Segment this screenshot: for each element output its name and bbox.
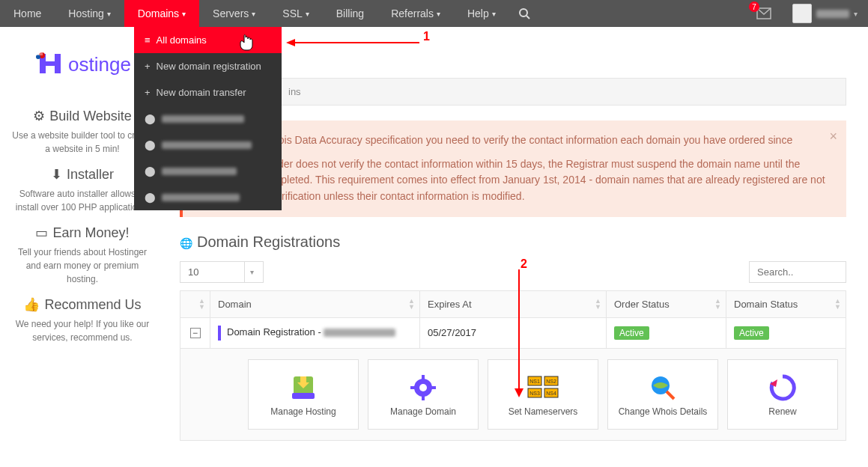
chevron-down-icon: ▾ <box>306 10 309 18</box>
svg-rect-18 <box>431 386 436 389</box>
globe-icon: ⬤ <box>145 192 156 203</box>
svg-line-1 <box>526 16 529 19</box>
expires-cell: 05/27/2017 <box>420 317 607 348</box>
col-expires[interactable]: Expires At▲▼ <box>420 290 607 317</box>
page-title: ames <box>217 40 846 64</box>
svg-rect-11 <box>300 376 306 382</box>
nav-help[interactable]: Help▾ <box>454 0 509 27</box>
sidebar-earn-title[interactable]: ▭Earn Money! <box>6 225 159 241</box>
gear-icon <box>409 372 437 403</box>
svg-rect-17 <box>410 386 415 389</box>
order-status-badge: Active <box>614 326 649 340</box>
sidebar-earn-text: Tell your friends about Hostinger and ea… <box>6 245 159 286</box>
plus-icon: + <box>145 87 151 98</box>
svg-text:NS2: NS2 <box>546 379 556 384</box>
card-set-nameservers[interactable]: NS1NS2NS3NS4 Set Nameservers <box>488 359 598 430</box>
collapse-icon[interactable]: − <box>190 328 201 338</box>
sidebar-recommend-title[interactable]: 👍Recommend Us <box>6 296 159 313</box>
whois-icon <box>649 372 677 403</box>
dropdown-domain-item-blurred[interactable]: ⬤ <box>134 132 282 158</box>
domain-name-cell: Domain Registration - <box>227 326 324 338</box>
annotation-arrowhead-2 <box>515 388 523 400</box>
svg-line-28 <box>667 391 674 399</box>
globe-icon: ⬤ <box>145 113 156 124</box>
nav-home[interactable]: Home <box>0 0 55 27</box>
col-order-status[interactable]: Order Status▲▼ <box>607 290 726 317</box>
notification-badge: 7 <box>749 1 759 12</box>
svg-point-0 <box>520 9 527 16</box>
annotation-number-2: 2 <box>521 257 527 271</box>
svg-text:NS3: NS3 <box>529 391 540 396</box>
gears-icon: ⚙ <box>33 109 45 123</box>
thumbs-up-icon: 👍 <box>23 297 40 312</box>
svg-rect-15 <box>422 375 425 379</box>
col-domain-status[interactable]: Domain Status▲▼ <box>726 290 846 317</box>
money-icon: ▭ <box>35 225 48 240</box>
nameservers-icon: NS1NS2NS3NS4 <box>526 372 559 403</box>
globe-icon: ⬤ <box>145 165 156 177</box>
dropdown-domain-item-blurred[interactable]: ⬤ <box>134 106 282 132</box>
search-icon[interactable] <box>509 0 539 27</box>
nav-hosting[interactable]: Hosting▾ <box>55 0 124 27</box>
svg-marker-5 <box>515 388 523 397</box>
domains-table: ▲▼ Domain▲▼ Expires At▲▼ Order Status▲▼ … <box>180 290 846 349</box>
annotation-arrow-2 <box>518 269 520 389</box>
card-change-whois[interactable]: Change Whois Details <box>607 359 718 430</box>
svg-text:NS1: NS1 <box>529 379 540 384</box>
svg-rect-8 <box>37 52 43 55</box>
chevron-down-icon: ▾ <box>854 10 858 18</box>
sidebar-recommend-text: We need your help! If you like our servi… <box>6 317 159 344</box>
dropdown-domain-item-blurred[interactable]: ⬤ <box>134 184 282 210</box>
avatar-icon <box>792 4 812 23</box>
svg-point-14 <box>419 384 427 391</box>
card-manage-hosting[interactable]: Manage Hosting <box>248 359 359 430</box>
search-input[interactable] <box>749 261 846 283</box>
top-nav: Home Hosting▾ Domains▾ Servers▾ SSL▾ Bil… <box>0 0 868 27</box>
dropdown-new-transfer[interactable]: +New domain transfer <box>134 79 282 106</box>
card-manage-domain[interactable]: Manage Domain <box>368 359 479 430</box>
plus-icon: + <box>145 61 151 72</box>
dropdown-new-registration[interactable]: +New domain registration <box>134 53 282 79</box>
svg-rect-16 <box>422 396 425 400</box>
user-name-blurred <box>816 10 849 18</box>
dropdown-all-domains[interactable]: ≡All domains <box>134 27 282 53</box>
table-row[interactable]: − Domain Registration - 05/27/2017 Activ… <box>180 317 846 348</box>
renew-icon <box>768 372 797 403</box>
dropdown-domain-item-blurred[interactable]: ⬤ <box>134 158 282 184</box>
col-toggle[interactable]: ▲▼ <box>180 290 210 317</box>
hosting-icon <box>289 372 318 403</box>
globe-icon: 🌐 <box>180 237 192 249</box>
nav-billing[interactable]: Billing <box>323 0 377 27</box>
page-size-select[interactable]: 10 <box>180 261 264 283</box>
nav-domains[interactable]: Domains▾ <box>124 0 199 27</box>
chevron-down-icon: ▾ <box>182 10 186 18</box>
nav-servers[interactable]: Servers▾ <box>199 0 269 27</box>
col-domain[interactable]: Domain▲▼ <box>210 290 420 317</box>
domain-status-badge: Active <box>734 326 769 340</box>
chevron-down-icon: ▾ <box>107 10 111 18</box>
action-cards-row: Manage Hosting Manage Domain NS1NS2NS3NS… <box>180 349 846 441</box>
annotation-number-1: 1 <box>423 30 430 43</box>
chevron-down-icon: ▾ <box>492 10 496 18</box>
notifications-button[interactable]: 7 <box>746 0 782 27</box>
close-icon[interactable]: × <box>829 126 837 147</box>
list-icon: ≡ <box>145 34 151 46</box>
svg-rect-12 <box>292 393 315 399</box>
domain-name-blurred <box>324 329 395 337</box>
download-icon: ⬇ <box>51 167 62 182</box>
globe-icon: ⬤ <box>145 139 156 150</box>
chevron-down-icon: ▾ <box>252 10 255 18</box>
domains-dropdown: ≡All domains +New domain registration +N… <box>134 27 282 210</box>
svg-text:NS4: NS4 <box>546 391 556 396</box>
section-domain-registrations: 🌐Domain Registrations <box>180 234 846 251</box>
chevron-down-icon: ▾ <box>437 10 440 18</box>
nav-referrals[interactable]: Referrals▾ <box>377 0 454 27</box>
nav-ssl[interactable]: SSL▾ <box>269 0 322 27</box>
user-menu[interactable]: ▾ <box>782 0 868 27</box>
card-renew[interactable]: Renew <box>727 359 838 430</box>
